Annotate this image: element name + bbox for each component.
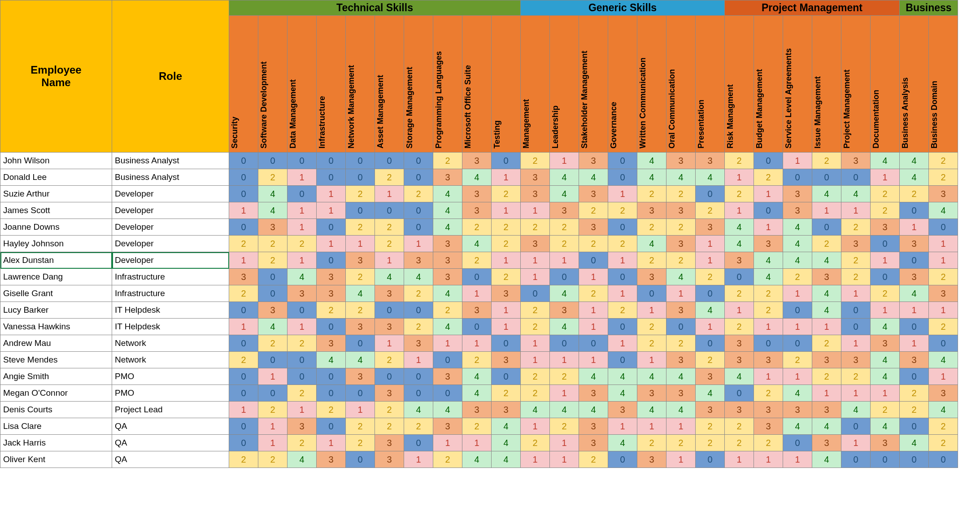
group-header-0[interactable]: Technical Skills [229, 0, 521, 16]
score-cell[interactable]: 1 [287, 169, 317, 186]
table-row[interactable]: John WilsonBusiness Analyst0000000230213… [0, 153, 958, 169]
score-cell[interactable]: 1 [462, 435, 492, 451]
score-cell[interactable]: 1 [404, 451, 433, 468]
employee-name-cell[interactable]: Oliver Kent [0, 451, 112, 468]
role-cell[interactable]: Project Lead [112, 402, 229, 418]
score-cell[interactable]: 1 [783, 319, 812, 335]
score-cell[interactable]: 1 [287, 402, 317, 418]
score-cell[interactable]: 0 [258, 385, 287, 402]
score-cell[interactable]: 1 [754, 186, 783, 202]
score-cell[interactable]: 1 [812, 202, 841, 219]
score-cell[interactable]: 0 [521, 285, 550, 302]
score-cell[interactable]: 1 [229, 319, 258, 335]
score-cell[interactable]: 2 [550, 219, 579, 236]
score-cell[interactable]: 1 [492, 252, 521, 269]
score-cell[interactable]: 4 [696, 302, 725, 319]
score-cell[interactable]: 2 [287, 385, 317, 402]
score-cell[interactable]: 2 [258, 169, 287, 186]
score-cell[interactable]: 4 [900, 285, 929, 302]
score-cell[interactable]: 3 [375, 319, 404, 335]
score-cell[interactable]: 3 [462, 402, 492, 418]
score-cell[interactable]: 2 [404, 285, 433, 302]
score-cell[interactable]: 4 [404, 402, 433, 418]
score-cell[interactable]: 2 [579, 236, 608, 252]
score-cell[interactable]: 3 [433, 368, 462, 385]
score-cell[interactable]: 3 [579, 153, 608, 169]
score-cell[interactable]: 3 [492, 285, 521, 302]
skill-header-19[interactable]: Service Level Agreements [783, 16, 812, 153]
role-cell[interactable]: QA [112, 451, 229, 468]
score-cell[interactable]: 4 [900, 169, 929, 186]
score-cell[interactable]: 2 [258, 252, 287, 269]
score-cell[interactable]: 4 [317, 352, 346, 368]
score-cell[interactable]: 4 [258, 319, 287, 335]
score-cell[interactable]: 0 [229, 153, 258, 169]
score-cell[interactable]: 2 [900, 385, 929, 402]
score-cell[interactable]: 2 [346, 302, 375, 319]
score-cell[interactable]: 1 [287, 252, 317, 269]
score-cell[interactable]: 2 [871, 202, 900, 219]
header-role[interactable]: Role [112, 0, 229, 153]
score-cell[interactable]: 2 [492, 186, 521, 202]
score-cell[interactable]: 1 [929, 236, 958, 252]
score-cell[interactable]: 0 [433, 352, 462, 368]
score-cell[interactable]: 0 [375, 153, 404, 169]
score-cell[interactable]: 2 [287, 435, 317, 451]
score-cell[interactable]: 3 [666, 236, 696, 252]
score-cell[interactable]: 3 [666, 202, 696, 219]
score-cell[interactable]: 2 [637, 219, 666, 236]
score-cell[interactable]: 0 [317, 252, 346, 269]
score-cell[interactable]: 1 [608, 418, 637, 435]
score-cell[interactable]: 3 [812, 435, 841, 451]
score-cell[interactable]: 2 [812, 153, 841, 169]
skill-header-24[interactable]: Business Domain [929, 16, 958, 153]
score-cell[interactable]: 0 [900, 451, 929, 468]
score-cell[interactable]: 1 [608, 252, 637, 269]
employee-name-cell[interactable]: Jack Harris [0, 435, 112, 451]
skill-header-5[interactable]: Asset Management [375, 16, 404, 153]
score-cell[interactable]: 4 [637, 153, 666, 169]
employee-name-cell[interactable]: Lawrence Dang [0, 269, 112, 285]
score-cell[interactable]: 0 [608, 269, 637, 285]
score-cell[interactable]: 4 [492, 418, 521, 435]
score-cell[interactable]: 4 [258, 202, 287, 219]
score-cell[interactable]: 4 [287, 269, 317, 285]
score-cell[interactable]: 1 [258, 368, 287, 385]
score-cell[interactable]: 1 [871, 385, 900, 402]
score-cell[interactable]: 2 [462, 418, 492, 435]
score-cell[interactable]: 2 [929, 153, 958, 169]
score-cell[interactable]: 4 [462, 368, 492, 385]
skill-header-0[interactable]: Security [229, 16, 258, 153]
score-cell[interactable]: 3 [375, 285, 404, 302]
score-cell[interactable]: 4 [550, 186, 579, 202]
score-cell[interactable]: 4 [871, 352, 900, 368]
score-cell[interactable]: 0 [900, 319, 929, 335]
employee-name-cell[interactable]: Andrew Mau [0, 335, 112, 352]
score-cell[interactable]: 4 [346, 352, 375, 368]
score-cell[interactable]: 3 [521, 186, 550, 202]
table-row[interactable]: Donald LeeBusiness Analyst02100203413440… [0, 169, 958, 186]
score-cell[interactable]: 0 [841, 418, 871, 435]
score-cell[interactable]: 2 [812, 368, 841, 385]
score-cell[interactable]: 2 [783, 269, 812, 285]
score-cell[interactable]: 2 [229, 285, 258, 302]
score-cell[interactable]: 0 [608, 219, 637, 236]
score-cell[interactable]: 4 [637, 402, 666, 418]
score-cell[interactable]: 3 [462, 186, 492, 202]
score-cell[interactable]: 4 [579, 169, 608, 186]
score-cell[interactable]: 1 [666, 285, 696, 302]
score-cell[interactable]: 4 [841, 186, 871, 202]
score-cell[interactable]: 4 [783, 418, 812, 435]
score-cell[interactable]: 4 [462, 451, 492, 468]
score-cell[interactable]: 2 [462, 352, 492, 368]
score-cell[interactable]: 2 [637, 435, 666, 451]
score-cell[interactable]: 2 [666, 219, 696, 236]
score-cell[interactable]: 2 [754, 169, 783, 186]
score-cell[interactable]: 2 [696, 202, 725, 219]
score-cell[interactable]: 1 [637, 352, 666, 368]
score-cell[interactable]: 3 [812, 269, 841, 285]
skill-header-20[interactable]: Issue Management [812, 16, 841, 153]
score-cell[interactable]: 2 [637, 319, 666, 335]
score-cell[interactable]: 1 [375, 186, 404, 202]
score-cell[interactable]: 3 [666, 385, 696, 402]
